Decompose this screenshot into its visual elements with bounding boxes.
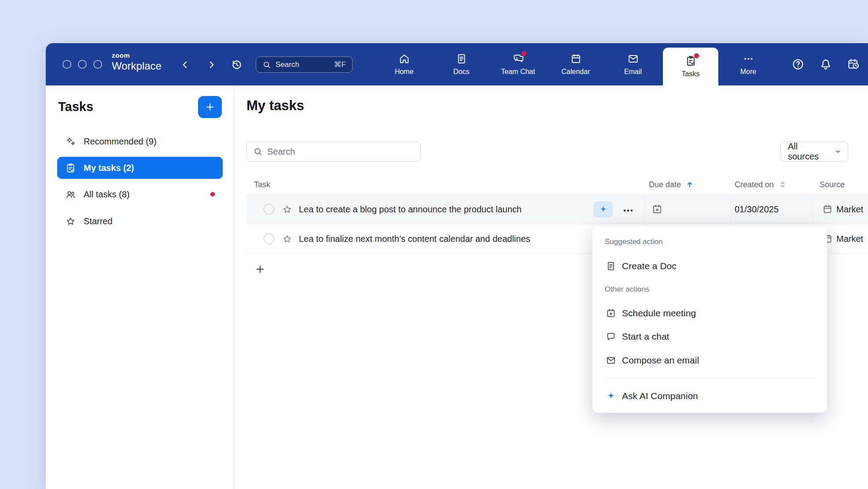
task-title[interactable]: Lea to finalize next month’s content cal… xyxy=(299,224,530,254)
notifications-button[interactable] xyxy=(819,58,832,71)
logo-zoom: zoom xyxy=(112,52,162,59)
column-due-date-label: Due date xyxy=(649,180,681,189)
task-complete-radio[interactable] xyxy=(264,204,274,215)
nav-label-team-chat: Team Chat xyxy=(501,68,535,76)
menu-item-label: Ask AI Companion xyxy=(622,391,698,401)
nav-team-chat[interactable]: Team Chat xyxy=(495,43,541,85)
logo-workplace: Workplace xyxy=(112,60,162,72)
nav-label-calendar: Calendar xyxy=(562,68,590,76)
task-complete-radio[interactable] xyxy=(264,233,274,244)
add-task-button[interactable] xyxy=(198,96,222,118)
menu-item-schedule-meeting[interactable]: Schedule meeting xyxy=(600,301,820,325)
help-icon xyxy=(791,58,805,71)
nav-label-more: More xyxy=(740,68,756,76)
menu-item-create-doc[interactable]: Create a Doc xyxy=(600,254,820,278)
sidebar-item-my-tasks[interactable]: My tasks (2) xyxy=(57,157,223,179)
source-value: Market xyxy=(836,224,863,254)
menu-item-label: Schedule meeting xyxy=(622,308,696,319)
star-icon xyxy=(65,216,76,227)
menu-section-other: Other actions xyxy=(605,283,649,296)
column-created-on-label: Created on xyxy=(735,180,774,189)
star-icon[interactable] xyxy=(282,233,293,244)
column-created-on[interactable]: Created on xyxy=(735,174,787,195)
task-search[interactable] xyxy=(246,141,421,162)
upcoming-meetings-button[interactable] xyxy=(847,58,860,71)
forward-button[interactable] xyxy=(205,59,217,71)
column-task-label: Task xyxy=(254,180,270,189)
nav-calendar[interactable]: Calendar xyxy=(553,43,599,85)
history-button[interactable] xyxy=(230,58,243,71)
add-task-inline-button[interactable] xyxy=(254,263,266,275)
ai-companion-icon xyxy=(606,391,616,401)
help-button[interactable] xyxy=(791,58,805,71)
column-divider xyxy=(730,195,731,224)
chevron-left-icon xyxy=(179,59,191,71)
menu-item-label: Compose an email xyxy=(622,355,699,366)
ai-companion-button[interactable] xyxy=(593,201,613,218)
source-value: Market xyxy=(836,195,863,224)
ellipsis-icon xyxy=(622,204,635,217)
row-more-button[interactable] xyxy=(622,204,635,215)
nav-label-tasks: Tasks xyxy=(682,70,700,78)
window-control-2[interactable] xyxy=(78,60,87,69)
people-icon xyxy=(65,189,76,200)
sidebar-label-my-tasks: My tasks (2) xyxy=(84,163,134,173)
sidebar-item-recommended[interactable]: Recommended (9) xyxy=(57,130,223,152)
menu-item-compose-email[interactable]: Compose an email xyxy=(600,348,820,372)
source-calendar-icon xyxy=(822,204,833,215)
calendar-plus-icon xyxy=(651,204,663,215)
calendar-icon xyxy=(570,53,582,65)
team-chat-badge xyxy=(522,51,526,56)
app-logo: zoom Workplace xyxy=(112,52,162,72)
column-source: Source xyxy=(820,174,845,195)
nav-label-home: Home xyxy=(395,68,414,76)
topbar: zoom Workplace Search ⌘F xyxy=(46,43,868,85)
column-task: Task xyxy=(254,174,270,195)
star-icon[interactable] xyxy=(282,204,293,215)
sources-filter[interactable]: All sources xyxy=(780,141,848,162)
sidebar-label-starred: Starred xyxy=(84,216,113,226)
nav-tasks[interactable]: Tasks xyxy=(663,48,718,85)
envelope-icon xyxy=(606,355,616,366)
ai-companion-icon xyxy=(598,204,608,215)
search-icon xyxy=(253,147,263,156)
column-due-date[interactable]: Due date xyxy=(649,174,695,195)
sidebar-title: Tasks xyxy=(58,100,93,114)
menu-item-ask-ai[interactable]: Ask AI Companion xyxy=(600,384,820,408)
more-icon xyxy=(743,53,754,65)
nav-home[interactable]: Home xyxy=(381,43,427,85)
sidebar-label-recommended: Recommended (9) xyxy=(84,137,157,147)
my-tasks-icon xyxy=(65,163,76,174)
sidebar-item-starred[interactable]: Starred xyxy=(57,210,223,232)
back-button[interactable] xyxy=(179,59,191,71)
chevron-down-icon xyxy=(834,147,842,156)
menu-item-start-chat[interactable]: Start a chat xyxy=(600,325,820,348)
search-icon xyxy=(262,60,271,69)
plus-icon xyxy=(254,263,266,275)
nav-email[interactable]: Email xyxy=(610,43,656,85)
table-row[interactable]: Lea to create a blog post to announce th… xyxy=(246,195,868,224)
sidebar: Tasks Recommended (9) xyxy=(46,85,234,489)
sort-toggle-icon[interactable] xyxy=(778,180,787,189)
nav-more[interactable]: More xyxy=(725,43,771,85)
calendar-plus-icon xyxy=(606,308,616,319)
team-chat-icon xyxy=(512,53,524,65)
menu-item-label: Start a chat xyxy=(622,331,669,342)
global-search-placeholder: Search xyxy=(276,60,330,69)
sidebar-label-all-tasks: All tasks (8) xyxy=(84,189,129,200)
window-control-1[interactable] xyxy=(63,60,71,69)
set-due-date-button[interactable] xyxy=(651,204,663,215)
bell-icon xyxy=(819,58,832,71)
email-icon xyxy=(627,53,639,65)
nav-docs[interactable]: Docs xyxy=(438,43,484,85)
page-title: My tasks xyxy=(246,98,304,114)
task-search-input[interactable] xyxy=(267,147,414,157)
window-control-3[interactable] xyxy=(93,60,102,69)
sort-asc-icon[interactable] xyxy=(685,180,695,189)
nav-label-email: Email xyxy=(624,68,642,76)
sparkles-icon xyxy=(65,136,76,147)
menu-divider xyxy=(605,378,815,379)
task-title[interactable]: Lea to create a blog post to announce th… xyxy=(299,195,522,224)
global-search[interactable]: Search ⌘F xyxy=(256,56,353,73)
sidebar-item-all-tasks[interactable]: All tasks (8) xyxy=(57,183,223,205)
